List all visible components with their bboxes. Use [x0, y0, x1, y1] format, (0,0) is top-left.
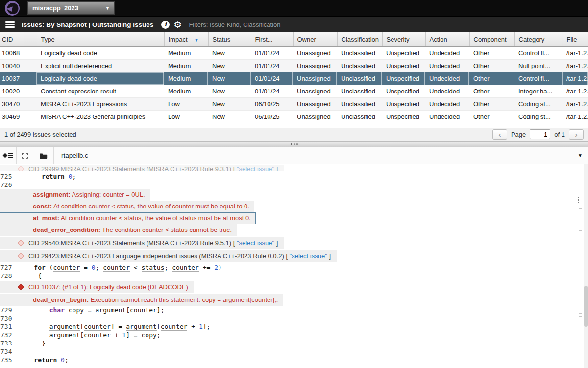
cell-action: Undecided: [425, 97, 469, 110]
column-header-cid[interactable]: CID: [0, 32, 37, 46]
code-identifier[interactable]: counter: [103, 264, 130, 272]
events-list-button[interactable]: [0, 147, 17, 164]
code-identifier[interactable]: counter: [53, 264, 80, 272]
pane-splitter[interactable]: [0, 141, 588, 147]
code-token: [: [126, 306, 130, 314]
code-token: ;: [73, 173, 76, 180]
info-icon[interactable]: i: [161, 21, 170, 29]
code-identifier[interactable]: argument: [126, 323, 157, 331]
issue-row-10040[interactable]: 10040Explicit null dereferencedMediumNew…: [0, 59, 588, 72]
page-input[interactable]: [530, 129, 550, 139]
line-number: 733: [0, 339, 19, 347]
next-page-button[interactable]: ›: [569, 129, 584, 140]
column-header-severity[interactable]: Severity: [382, 32, 425, 46]
code-identifier[interactable]: status: [142, 264, 165, 272]
line-number: 725: [0, 172, 19, 181]
cell-file: /tar-1.2...: [563, 85, 588, 97]
select-issue-link[interactable]: "select issue": [237, 239, 274, 247]
cell-cid: 10068: [0, 46, 37, 59]
source-scrollbar-thumb[interactable]: [584, 286, 588, 327]
cell-first: 06/10/25: [251, 97, 293, 110]
cell-impact: Low: [164, 97, 208, 110]
column-header-category[interactable]: Category: [514, 32, 563, 46]
issue-row-10020[interactable]: 10020Constant expression resultMediumNew…: [0, 85, 588, 97]
column-header-component[interactable]: Component: [469, 32, 514, 46]
issue-ref-10037[interactable]: CID 10037: (#1 of 1): Logically dead cod…: [0, 281, 194, 293]
code-text: {: [19, 272, 42, 280]
cell-type: MISRA C++-2023 Expressions: [37, 97, 164, 110]
column-header-first[interactable]: First...: [251, 32, 293, 46]
code-identifier[interactable]: argument: [96, 306, 126, 314]
prev-page-button[interactable]: ‹: [492, 129, 507, 140]
code-identifier[interactable]: counter: [130, 306, 157, 314]
column-header-impact[interactable]: Impact▼: [164, 32, 208, 46]
source-lines: CID 29999:MISRA C++-2023 Statements (MIS…: [0, 165, 588, 364]
file-browser-button[interactable]: [33, 147, 54, 164]
column-header-type[interactable]: Type: [37, 32, 164, 46]
issue-row-10037[interactable]: 10037Logically dead codeMediumNew01/01/2…: [0, 72, 588, 85]
issue-ref-29423[interactable]: CID 29423:MISRA C++-2023 Language indepe…: [0, 250, 337, 262]
menu-icon[interactable]: [5, 21, 15, 28]
source-scrollbar-track[interactable]: [584, 164, 588, 368]
cell-action: Undecided: [425, 59, 469, 72]
column-header-owner[interactable]: Owner: [293, 32, 337, 46]
event-const[interactable]: const: At condition counter < status, th…: [0, 201, 254, 212]
code-identifier[interactable]: argument: [49, 323, 80, 331]
issue-row-30469[interactable]: 30469MISRA C++-2023 General priniciplesL…: [0, 110, 588, 123]
source-file-tab[interactable]: rtapelib.c: [54, 152, 88, 159]
code-identifier[interactable]: counter: [172, 264, 199, 272]
selection-status: 1 of 2499 issues selected: [4, 131, 76, 138]
code-identifier[interactable]: counter: [84, 331, 111, 339]
cell-component: Other: [469, 85, 514, 97]
cell-first: 06/10/25: [251, 110, 293, 123]
project-selector[interactable]: misracpp_2023 ▼: [27, 1, 115, 15]
select-issue-link[interactable]: "select issue": [237, 165, 274, 171]
issue-ref-line-10037: CID 10037: (#1 of 1): Logically dead cod…: [0, 281, 588, 293]
event-dead_error_begin[interactable]: dead_error_begin: Execution cannot reach…: [0, 294, 283, 306]
issue-ref-text: CID 29999:MISRA C++-2023 Statements (MIS…: [28, 165, 237, 171]
code-token: [19, 306, 49, 314]
code-token: ;: [96, 264, 103, 271]
code-text: char copy = argument[counter];: [19, 306, 164, 314]
code-identifier[interactable]: copy: [69, 306, 84, 314]
issue-row-30470[interactable]: 30470MISRA C++-2023 ExpressionsLowNew06/…: [0, 97, 588, 110]
cell-type: Logically dead code: [37, 46, 164, 59]
event-at_most[interactable]: at_most: At condition counter < status, …: [0, 212, 256, 224]
column-header-classification[interactable]: Classification: [337, 32, 382, 46]
cell-classification: Unclassified: [337, 46, 382, 59]
edge-mark: [579, 253, 582, 256]
issue-ref-text: CID 10037: (#1 of 1): Logically dead cod…: [28, 283, 188, 291]
issue-ref-text: CID 29423:MISRA C++-2023 Language indepe…: [28, 252, 290, 260]
issues-header-row: CIDTypeImpact▼StatusFirst...OwnerClassif…: [0, 32, 588, 46]
event-label: dead_error_begin:: [33, 296, 89, 303]
code-identifier[interactable]: copy: [142, 331, 157, 339]
issue-row-10068[interactable]: 10068Logically dead codeMediumNew01/01/2…: [0, 46, 588, 59]
cell-status: New: [208, 46, 251, 59]
expand-view-button[interactable]: [17, 147, 33, 164]
gear-icon[interactable]: ⚙: [173, 20, 182, 29]
edge-mark: [579, 313, 582, 317]
issue-ref-29999[interactable]: CID 29999:MISRA C++-2023 Statements (MIS…: [0, 165, 284, 171]
cell-type: Logically dead code: [37, 72, 164, 85]
filters-summary: Filters: Issue Kind, Classification: [189, 21, 280, 28]
issue-diamond-icon: [18, 240, 24, 246]
select-issue-link[interactable]: "select issue": [290, 252, 327, 260]
source-menu-caret-icon[interactable]: ▼: [578, 153, 583, 158]
event-dead_error_condition[interactable]: dead_error_condition: The condition coun…: [0, 224, 237, 236]
code-identifier[interactable]: counter: [161, 323, 188, 331]
code-identifier[interactable]: counter: [84, 323, 111, 331]
source-line-729: 729 char copy = argument[counter];: [0, 306, 588, 314]
column-header-status[interactable]: Status: [208, 32, 251, 46]
cell-classification: Unclassified: [337, 59, 382, 72]
cell-status: New: [208, 110, 251, 123]
code-identifier[interactable]: argument: [49, 331, 80, 339]
column-header-file[interactable]: File: [563, 32, 588, 46]
column-header-action[interactable]: Action: [425, 32, 469, 46]
cell-file: /tar-1.2...: [563, 110, 588, 123]
issue-ref-suffix: ]: [274, 239, 278, 247]
issue-ref-29540[interactable]: CID 29540:MISRA C++-2023 Statements (MIS…: [0, 237, 284, 249]
issue-diamond-icon: [18, 253, 24, 259]
code-token: [19, 331, 49, 339]
event-assignment[interactable]: assignment: Assigning: counter = 0UL.: [0, 189, 150, 201]
cell-first: 01/01/24: [251, 46, 293, 59]
